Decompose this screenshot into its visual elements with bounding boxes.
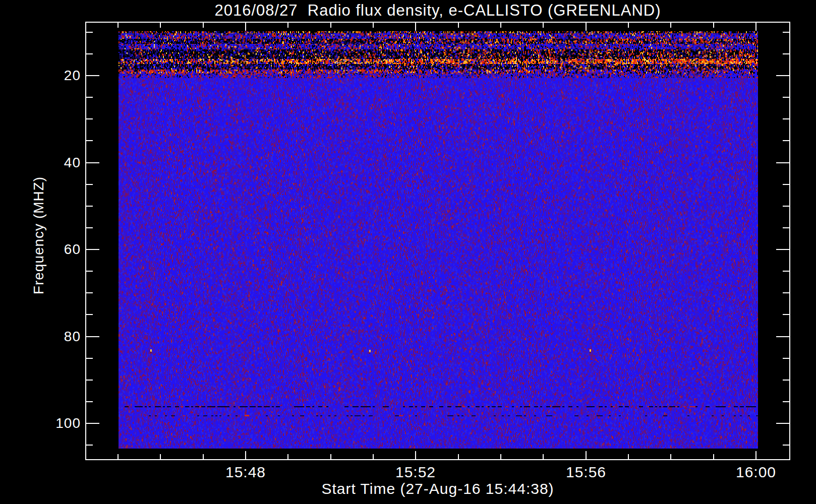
y-tick-left — [86, 118, 93, 119]
y-tick-right — [776, 75, 789, 76]
y-tick-right — [776, 423, 789, 424]
y-tick-right — [783, 53, 789, 54]
y-tick-left — [86, 97, 93, 98]
y-tick-left — [86, 380, 93, 381]
y-axis-label: Frequency (MHZ) — [31, 176, 47, 294]
spectrogram-page: { "title": "2016/08/27 Radio flux densit… — [0, 0, 816, 504]
y-tick-left — [86, 75, 99, 76]
x-tick-top — [245, 23, 246, 31]
y-tick-left — [86, 358, 93, 359]
y-tick-label: 20 — [20, 68, 81, 84]
y-tick-right — [783, 140, 789, 141]
y-tick-right — [783, 401, 789, 402]
x-tick-bottom — [670, 454, 671, 459]
y-tick-left — [86, 227, 93, 228]
x-tick-label: 15:52 — [380, 464, 451, 481]
y-tick-left — [86, 162, 99, 163]
y-tick-right — [776, 249, 789, 250]
y-tick-right — [783, 32, 789, 33]
y-tick-left — [86, 292, 93, 293]
y-tick-left — [86, 249, 99, 250]
y-tick-left — [86, 314, 93, 315]
x-tick-top — [628, 23, 629, 28]
x-tick-top — [500, 23, 501, 28]
y-tick-right — [776, 336, 789, 337]
x-tick-label: 16:00 — [721, 464, 791, 481]
x-tick-label: 15:56 — [551, 464, 621, 481]
y-tick-left — [86, 53, 93, 54]
x-tick-top — [670, 23, 671, 28]
y-tick-right — [783, 184, 789, 185]
x-tick-top — [330, 23, 331, 28]
y-tick-right — [776, 162, 789, 163]
y-tick-left — [86, 445, 93, 446]
y-tick-right — [783, 445, 789, 446]
x-tick-bottom — [628, 454, 629, 459]
y-tick-left — [86, 184, 93, 185]
y-tick-right — [783, 380, 789, 381]
x-tick-bottom — [203, 454, 204, 459]
x-tick-top — [586, 23, 587, 31]
x-tick-top — [287, 23, 288, 28]
y-tick-left — [86, 32, 93, 33]
y-tick-left — [86, 401, 93, 402]
x-tick-bottom — [500, 454, 501, 459]
y-tick-left — [86, 206, 93, 207]
chart-title: 2016/08/27 Radio flux density, e-CALLIST… — [85, 2, 790, 20]
y-tick-right — [783, 292, 789, 293]
y-tick-right — [783, 358, 789, 359]
spectrogram-canvas — [119, 31, 758, 449]
x-tick-top — [373, 23, 374, 28]
y-tick-label: 100 — [20, 415, 81, 431]
x-tick-bottom — [713, 454, 714, 459]
y-tick-right — [783, 227, 789, 228]
y-tick-left — [86, 140, 93, 141]
x-tick-label: 15:48 — [210, 464, 281, 481]
x-tick-top — [755, 23, 756, 31]
x-tick-bottom — [458, 454, 459, 459]
x-tick-bottom — [118, 454, 119, 459]
x-tick-bottom — [586, 451, 587, 459]
x-tick-bottom — [245, 451, 246, 459]
x-tick-bottom — [755, 451, 756, 459]
y-tick-right — [783, 206, 789, 207]
x-tick-bottom — [287, 454, 288, 459]
y-tick-right — [783, 314, 789, 315]
y-tick-left — [86, 423, 99, 424]
x-axis-label: Start Time (27-Aug-16 15:44:38) — [85, 480, 790, 497]
y-tick-left — [86, 271, 93, 272]
x-tick-bottom — [415, 451, 416, 459]
x-tick-bottom — [373, 454, 374, 459]
x-tick-bottom — [330, 454, 331, 459]
y-tick-right — [783, 118, 789, 119]
x-tick-top — [160, 23, 161, 28]
y-tick-left — [86, 336, 99, 337]
x-tick-bottom — [160, 454, 161, 459]
y-tick-label: 60 — [20, 241, 81, 258]
x-tick-top — [203, 23, 204, 28]
y-tick-label: 80 — [20, 329, 81, 345]
x-tick-top — [543, 23, 544, 28]
y-tick-right — [783, 271, 789, 272]
x-tick-bottom — [543, 454, 544, 459]
y-tick-right — [783, 97, 789, 98]
y-tick-label: 40 — [20, 155, 81, 171]
x-tick-top — [458, 23, 459, 28]
x-tick-top — [118, 23, 119, 28]
x-tick-top — [415, 23, 416, 31]
x-tick-top — [713, 23, 714, 28]
